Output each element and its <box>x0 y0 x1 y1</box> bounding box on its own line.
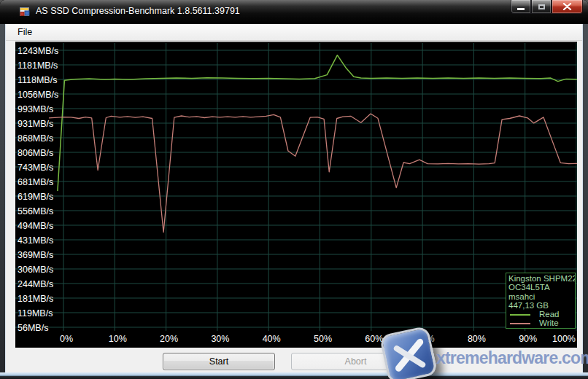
app-window: AS SSD Compression-Benchmark 1.8.5611.39… <box>0 0 588 379</box>
maximize-icon <box>538 4 545 9</box>
legend-drive-model: Kingston SHPM228 <box>508 274 575 283</box>
legend-entry-read: Read <box>508 310 575 319</box>
window-border-left <box>0 24 6 372</box>
svg-text:556MB/s: 556MB/s <box>18 206 53 216</box>
close-button[interactable] <box>552 0 583 14</box>
window-border-bottom <box>0 372 588 379</box>
svg-text:1181MB/s: 1181MB/s <box>18 60 58 71</box>
svg-text:1243MB/s: 1243MB/s <box>18 46 58 56</box>
chart-legend: Kingston SHPM228 OC34L5TA msahci 447,13 … <box>506 273 576 329</box>
abort-button: Abort <box>291 353 420 370</box>
svg-text:619MB/s: 619MB/s <box>18 192 53 202</box>
window-border-right <box>582 24 588 372</box>
svg-text:90%: 90% <box>519 334 537 344</box>
svg-text:0%: 0% <box>60 334 73 344</box>
svg-text:369MB/s: 369MB/s <box>18 250 53 260</box>
svg-text:993MB/s: 993MB/s <box>18 104 53 114</box>
svg-text:50%: 50% <box>314 334 332 344</box>
window-title: AS SSD Compression-Benchmark 1.8.5611.39… <box>36 0 240 24</box>
svg-text:494MB/s: 494MB/s <box>18 221 53 231</box>
client-area: File 1243MB/s1181MB/s1118MB/s1056MB/s993… <box>6 24 582 372</box>
start-button[interactable]: Start <box>163 353 275 370</box>
minimize-button[interactable] <box>511 0 531 14</box>
svg-text:244MB/s: 244MB/s <box>18 279 53 289</box>
legend-read-label: Read <box>539 310 560 319</box>
titlebar: AS SSD Compression-Benchmark 1.8.5611.39… <box>0 0 588 24</box>
svg-text:60%: 60% <box>365 334 383 344</box>
svg-text:743MB/s: 743MB/s <box>18 163 53 173</box>
menu-bar: File <box>6 24 582 41</box>
svg-text:181MB/s: 181MB/s <box>18 294 53 304</box>
svg-text:56MB/s: 56MB/s <box>18 323 48 333</box>
svg-text:806MB/s: 806MB/s <box>18 148 53 158</box>
minimize-icon <box>517 8 525 10</box>
read-swatch-line <box>510 314 530 316</box>
svg-text:20%: 20% <box>160 334 178 344</box>
legend-driver: msahci <box>508 292 575 301</box>
svg-text:1056MB/s: 1056MB/s <box>18 90 58 100</box>
maximize-button[interactable] <box>531 0 552 14</box>
svg-text:40%: 40% <box>263 334 281 344</box>
svg-text:681MB/s: 681MB/s <box>18 177 53 187</box>
svg-text:119MB/s: 119MB/s <box>18 308 53 319</box>
svg-text:431MB/s: 431MB/s <box>18 235 53 246</box>
app-icon <box>19 6 31 17</box>
compression-benchmark-chart: 1243MB/s1181MB/s1118MB/s1056MB/s993MB/s9… <box>15 42 577 348</box>
svg-text:1118MB/s: 1118MB/s <box>18 75 57 85</box>
svg-text:931MB/s: 931MB/s <box>18 119 53 129</box>
legend-entry-write: Write <box>508 319 575 328</box>
svg-text:868MB/s: 868MB/s <box>18 133 53 144</box>
chart-plot: 1243MB/s1181MB/s1118MB/s1056MB/s993MB/s9… <box>15 42 577 348</box>
window-controls <box>511 0 583 14</box>
svg-text:80%: 80% <box>468 334 486 344</box>
svg-text:30%: 30% <box>211 334 229 344</box>
svg-text:70%: 70% <box>417 334 435 344</box>
legend-capacity: 447,13 GB <box>508 301 575 310</box>
menu-item-file[interactable]: File <box>12 24 37 37</box>
svg-text:306MB/s: 306MB/s <box>18 265 53 275</box>
close-icon <box>562 3 572 10</box>
legend-write-label: Write <box>539 319 559 327</box>
write-swatch-line <box>510 323 530 324</box>
svg-text:10%: 10% <box>109 334 127 344</box>
write-line <box>49 114 577 233</box>
legend-firmware: OC34L5TA <box>508 283 575 292</box>
svg-text:100%: 100% <box>552 334 576 344</box>
